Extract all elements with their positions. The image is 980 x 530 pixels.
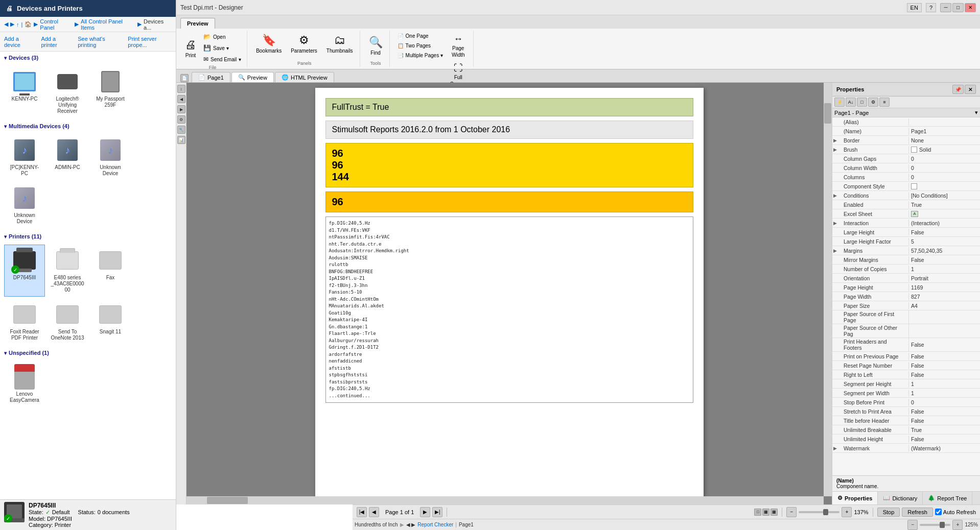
prop-val-seg-height[interactable]: 1 (909, 380, 980, 388)
prop-val-copies[interactable]: 1 (909, 266, 980, 273)
save-button[interactable]: 💾 Save ▾ (201, 43, 244, 53)
prop-val-alias[interactable] (909, 122, 980, 123)
last-page-button[interactable]: ▶| (432, 507, 442, 517)
device-item-pc-kenny[interactable]: ♪ [PC]KENNY-PC (4, 134, 45, 180)
vertical-scrollbar[interactable] (824, 83, 832, 496)
prop-val-brush[interactable]: Solid (909, 146, 980, 153)
minimize-button[interactable]: ─ (940, 3, 951, 12)
find-button[interactable]: 🔍 Find (365, 34, 386, 58)
prop-val-unlimited-break[interactable]: True (909, 426, 980, 433)
device-item-admin-pc[interactable]: ♪ ADMIN-PC (47, 134, 88, 180)
auto-refresh-checkbox[interactable] (935, 509, 942, 515)
prop-val-title-header[interactable]: False (909, 417, 980, 424)
prop-btn-3[interactable]: □ (857, 98, 867, 107)
printer-item-e480[interactable]: E480 series _43AC8E000000 (47, 245, 88, 297)
thumbnails-button[interactable]: 🗂 Thumbnails (323, 32, 357, 60)
prop-val-paper-size[interactable]: A4 (909, 302, 980, 309)
prop-val-margins[interactable]: 57,50,240,35 (909, 247, 980, 254)
device-item-unknown-2[interactable]: ♪ Unknown Device (4, 182, 45, 228)
prop-btn-2[interactable]: A↓ (846, 98, 856, 107)
breadcrumb-control-panel[interactable]: Control Panel (40, 18, 73, 31)
prop-btn-4[interactable]: ⚙ (868, 98, 878, 107)
tab-page1[interactable]: 📄 Page1 (192, 72, 230, 82)
prop-val-columns[interactable]: 0 (909, 174, 980, 181)
prop-val-page-width[interactable]: 827 (909, 293, 980, 300)
props-pin-button[interactable]: 📌 (952, 85, 964, 94)
prop-val-interaction[interactable]: (Interaction) (909, 220, 980, 227)
prop-val-print-prev[interactable]: False (909, 353, 980, 360)
printer-item-onenote[interactable]: Send To OneNote 2013 (47, 299, 88, 345)
print-button[interactable]: 🖨 Print (181, 36, 200, 60)
prop-val-stretch[interactable]: False (909, 408, 980, 415)
bookmarks-button[interactable]: 🔖 Bookmarks (252, 32, 285, 60)
device-item-unknown-1[interactable]: ♪ Unknown Device (90, 134, 131, 180)
send-email-button[interactable]: ✉ Send Email ▾ (201, 54, 244, 64)
sidebar-btn-5[interactable]: 🔧 (177, 126, 185, 134)
prop-btn-1[interactable]: ⚡ (834, 98, 845, 107)
prop-btn-5[interactable]: ≡ (879, 98, 890, 107)
prop-val-paper-other[interactable] (909, 330, 980, 331)
breadcrumb-all-items[interactable]: All Control Panel Items (81, 18, 135, 31)
tab-nav-icon[interactable]: 📄 (180, 74, 189, 82)
parameters-button[interactable]: ⚙ Parameters (287, 32, 321, 60)
printer-item-foxit[interactable]: Foxit Reader PDF Printer (4, 299, 45, 345)
see-printing-link[interactable]: See what's printing (78, 36, 120, 48)
prop-val-comp-style[interactable] (909, 183, 980, 190)
first-page-button[interactable]: |◀ (357, 507, 367, 517)
prop-val-large-height[interactable]: False (909, 229, 980, 236)
prop-tab-dictionary[interactable]: 📖 Dictionary (878, 492, 923, 504)
unspecified-section-header[interactable]: Unspecified (1) (0, 347, 176, 359)
multiple-pages-button[interactable]: 📑 Multiple Pages ▾ (395, 51, 446, 60)
prop-val-paper-first[interactable] (909, 317, 980, 318)
device-item-kenny-pc[interactable]: KENNY-PC (4, 66, 45, 118)
status-zoom-out[interactable]: − (907, 520, 918, 530)
status-zoom-thumb[interactable] (940, 522, 945, 528)
two-pages-button[interactable]: 📋 Two Pages (395, 41, 446, 50)
prop-val-conditions[interactable]: [No Conditions] (909, 192, 980, 199)
zoom-slider[interactable] (799, 511, 839, 513)
prop-val-rtl[interactable]: False (909, 371, 980, 378)
prop-val-col-gaps[interactable]: 0 (909, 155, 980, 162)
canvas-area[interactable]: FullTrust = True Stimulsoft Reports 2016… (186, 83, 832, 504)
next-page-button[interactable]: ▶ (420, 507, 430, 517)
view-mode-1[interactable]: □ (754, 509, 761, 516)
nav-back[interactable]: ◀ (4, 21, 8, 28)
maximize-button[interactable]: □ (952, 3, 964, 12)
prop-val-headers-footers[interactable]: False (909, 341, 980, 348)
prev-page-button[interactable]: ◀ (369, 507, 379, 517)
ribbon-tab-preview[interactable]: Preview (180, 18, 215, 29)
view-mode-2[interactable]: ▦ (762, 509, 769, 516)
printers-section-header[interactable]: Printers (11) (0, 230, 176, 243)
print-server-link[interactable]: Print server prope... (128, 36, 172, 48)
help-button[interactable]: ? (926, 3, 936, 12)
scrollbar-thumb-h[interactable] (207, 497, 248, 504)
device-item-passport[interactable]: My Passport 259F (90, 66, 131, 118)
add-printer-link[interactable]: Add a printer (41, 36, 69, 48)
horizontal-scrollbar[interactable] (186, 496, 824, 504)
tab-html-preview[interactable]: 🌐 HTML Preview (275, 72, 334, 82)
prop-tab-properties[interactable]: ⚙ Properties (832, 492, 878, 504)
prop-val-large-factor[interactable]: 5 (909, 238, 980, 245)
printer-item-fax[interactable]: Fax (90, 245, 131, 297)
page-width-button[interactable]: ↔ Page Width (447, 32, 470, 60)
prop-val-page-height[interactable]: 1169 (909, 284, 980, 291)
prop-val-border[interactable]: None (909, 137, 980, 144)
prop-val-col-width[interactable]: 0 (909, 164, 980, 172)
breadcrumb-home[interactable]: 🏠 (25, 21, 32, 28)
prop-val-enabled[interactable]: True (909, 201, 980, 208)
status-report-checker[interactable]: Report Checker (417, 522, 453, 527)
prop-tab-report-tree[interactable]: 🌲 Report Tree (923, 492, 972, 504)
sidebar-btn-1[interactable]: ↕ (177, 85, 185, 93)
lang-button[interactable]: EN (907, 3, 922, 12)
prop-val-orientation[interactable]: Portrait (909, 275, 980, 282)
prop-val-reset-page[interactable]: False (909, 362, 980, 369)
prop-val-watermark[interactable]: (Watermark) (909, 445, 980, 452)
zoom-out-button[interactable]: − (786, 507, 797, 517)
zoom-thumb[interactable] (823, 509, 828, 515)
prop-val-unlimited-height[interactable]: False (909, 436, 980, 443)
devices-section-header[interactable]: Devices (3) (0, 52, 176, 64)
prop-val-seg-width[interactable]: 1 (909, 390, 980, 397)
device-item-logitech[interactable]: Logitech® Unifying Receiver (47, 66, 88, 118)
nav-up[interactable]: ↑ (16, 21, 19, 28)
sidebar-btn-3[interactable]: ▶ (177, 105, 185, 113)
